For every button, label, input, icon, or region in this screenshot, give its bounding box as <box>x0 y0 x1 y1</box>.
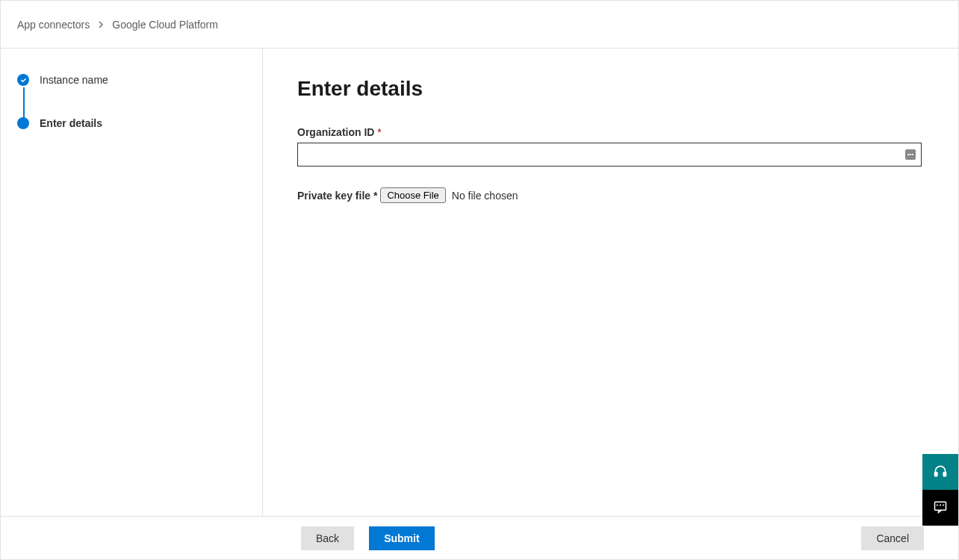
step-completed-icon <box>17 74 29 86</box>
step-label: Instance name <box>40 74 108 86</box>
content-area: Instance name Enter details Enter detail… <box>1 49 958 516</box>
back-button[interactable]: Back <box>301 526 354 550</box>
choose-file-button[interactable]: Choose File <box>380 187 445 203</box>
cancel-button[interactable]: Cancel <box>861 526 924 550</box>
org-id-input[interactable] <box>297 143 922 167</box>
headset-icon <box>933 464 948 481</box>
chat-icon <box>933 500 948 517</box>
chevron-right-icon <box>97 21 105 28</box>
private-key-label: Private key file * <box>297 190 377 202</box>
org-id-label-text: Organization ID <box>297 126 374 138</box>
step-connector <box>23 87 25 119</box>
step-label: Enter details <box>40 117 102 129</box>
org-id-field-group: Organization ID * ••• <box>297 126 924 167</box>
main-panel: Enter details Organization ID * ••• Priv… <box>263 49 958 516</box>
input-hint-icon: ••• <box>905 149 916 160</box>
wizard-step-enter-details[interactable]: Enter details <box>17 117 246 129</box>
org-id-input-wrapper: ••• <box>297 143 922 167</box>
org-id-label: Organization ID * <box>297 126 924 138</box>
private-key-label-text: Private key file <box>297 190 370 202</box>
svg-rect-1 <box>943 472 946 476</box>
submit-button[interactable]: Submit <box>369 526 434 550</box>
required-marker: * <box>377 126 381 138</box>
support-widget-button[interactable] <box>922 454 958 490</box>
breadcrumb: App connectors Google Cloud Platform <box>1 1 958 49</box>
svg-rect-0 <box>935 472 937 476</box>
private-key-field-group: Private key file * Choose File No file c… <box>297 187 924 203</box>
step-current-icon <box>17 117 29 129</box>
page-title: Enter details <box>297 77 924 101</box>
required-marker: * <box>373 190 377 202</box>
feedback-widget-button[interactable] <box>922 490 958 526</box>
wizard-step-instance-name[interactable]: Instance name <box>17 74 246 117</box>
breadcrumb-parent[interactable]: App connectors <box>17 19 90 31</box>
wizard-steps-sidebar: Instance name Enter details <box>1 49 263 516</box>
footer-action-bar: Back Submit Cancel <box>1 516 958 559</box>
svg-rect-2 <box>935 502 946 510</box>
side-widgets <box>922 454 958 526</box>
breadcrumb-current: Google Cloud Platform <box>112 19 218 31</box>
file-chosen-status: No file chosen <box>452 190 518 202</box>
